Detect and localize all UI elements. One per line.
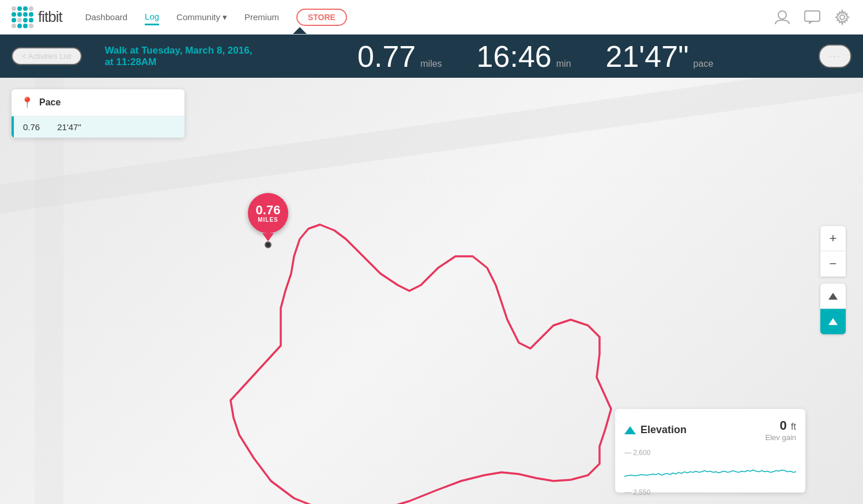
svg-marker-3 <box>828 293 838 300</box>
dot <box>17 18 22 22</box>
dot <box>29 18 33 22</box>
logo: fitbit <box>12 6 62 28</box>
map-type-controls <box>820 283 846 334</box>
dot <box>12 6 16 11</box>
nav-log[interactable]: Log <box>145 9 159 25</box>
main-nav: Dashboard Log Community ▾ Premium STORE <box>85 9 773 26</box>
elevation-title: Elevation <box>640 424 687 436</box>
elevation-value-group: 0 ft Elev gain <box>766 418 796 442</box>
pace-value: 21'47" <box>57 122 81 132</box>
stats-container: 0.77 miles 16:46 min 21'47" pace <box>275 41 796 71</box>
dot <box>17 12 22 17</box>
svg-point-2 <box>840 15 845 20</box>
profile-icon[interactable] <box>773 8 792 26</box>
back-button[interactable]: < Activities List <box>12 47 82 65</box>
elevation-chart-svg <box>624 459 796 485</box>
dot <box>23 12 28 17</box>
mile-pin-tail <box>262 233 274 241</box>
more-options-button[interactable]: ··· <box>819 44 851 68</box>
logo-dots <box>12 6 33 28</box>
svg-point-0 <box>778 11 786 19</box>
zoom-in-button[interactable]: + <box>820 226 846 251</box>
activity-title: Walk at Tuesday, March 8, 2016, at 11:28… <box>105 45 253 68</box>
location-icon: 📍 <box>21 96 33 109</box>
svg-marker-4 <box>828 318 838 325</box>
nav-premium[interactable]: Premium <box>244 10 279 24</box>
dot <box>29 12 33 17</box>
elevation-card: Elevation 0 ft Elev gain — 2,600 — 2,550 <box>615 409 805 492</box>
settings-icon[interactable] <box>833 8 851 26</box>
dot <box>29 6 33 11</box>
pace-miles: 0.76 <box>23 122 40 132</box>
logo-text: fitbit <box>38 8 62 26</box>
svg-rect-1 <box>805 11 820 21</box>
terrain-button[interactable] <box>820 283 846 309</box>
map-controls: + − <box>820 226 846 334</box>
dot <box>12 18 16 22</box>
dot <box>23 6 28 11</box>
activity-button[interactable] <box>820 309 846 334</box>
header-icons <box>773 8 851 26</box>
dot <box>29 24 33 28</box>
pace-card-row: 0.76 21'47" <box>12 116 184 138</box>
stat-pace: 21'47" pace <box>606 41 714 71</box>
nav-community[interactable]: Community ▾ <box>176 10 227 25</box>
activity-bar: < Activities List Walk at Tuesday, March… <box>0 35 863 78</box>
pace-card-header: 📍 Pace <box>12 89 184 116</box>
nav-active-indicator <box>293 27 307 34</box>
header: fitbit Dashboard Log Community ▾ Premium… <box>0 0 863 35</box>
elevation-line-2550: — 2,550 <box>624 488 796 497</box>
dot <box>12 24 16 28</box>
dot <box>23 18 28 22</box>
dot <box>17 24 22 28</box>
pace-card: 📍 Pace 0.76 21'47" <box>12 89 184 138</box>
mile-pin-circle: 0.76 MILES <box>248 193 288 233</box>
pace-card-title: Pace <box>39 97 61 108</box>
elevation-icon <box>624 426 636 434</box>
elevation-line-2600: — 2,600 <box>624 449 796 457</box>
mile-pin: 0.76 MILES <box>248 193 288 248</box>
stat-time: 16:46 min <box>477 41 571 71</box>
stat-miles: 0.77 miles <box>357 41 442 71</box>
elevation-title-row: Elevation <box>624 424 687 436</box>
zoom-out-button[interactable]: − <box>820 251 846 276</box>
dot <box>12 12 16 17</box>
elevation-header: Elevation 0 ft Elev gain <box>624 418 796 442</box>
store-button[interactable]: STORE <box>296 9 347 26</box>
chevron-down-icon: ▾ <box>223 12 227 22</box>
map-container: 📍 Pace 0.76 21'47" 0.76 MILES + − <box>0 78 863 504</box>
elevation-chart: — 2,600 — 2,550 <box>624 449 796 483</box>
dot <box>17 6 22 11</box>
dot <box>23 24 28 28</box>
nav-dashboard[interactable]: Dashboard <box>85 10 127 24</box>
mile-pin-dot <box>265 241 272 248</box>
messages-icon[interactable] <box>803 8 821 26</box>
